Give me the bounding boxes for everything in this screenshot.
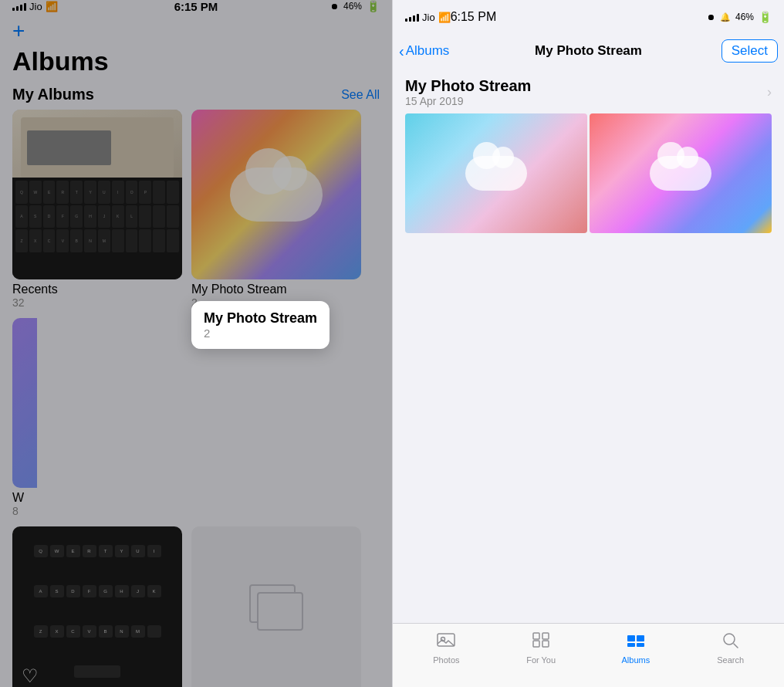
kb-key: D	[66, 585, 80, 597]
kb-key: E	[66, 545, 80, 557]
kb-key: N	[115, 625, 129, 638]
key-row-1: Q W E R T Y U I	[17, 545, 177, 557]
key	[153, 205, 165, 228]
key	[167, 181, 179, 204]
key: Z	[15, 229, 28, 252]
tab-foryou-right[interactable]: For You	[494, 631, 589, 665]
back-label: Albums	[406, 43, 450, 59]
mute-icon-right: 🔔	[720, 12, 731, 22]
battery-right: 46%	[735, 12, 754, 22]
album-over-thumb	[191, 526, 361, 687]
status-right-left: ⏺ 46% 🔋	[330, 0, 380, 12]
kb-key: I	[147, 545, 161, 557]
carrier-left: Jio	[29, 1, 42, 12]
photo-grid-right	[393, 113, 784, 233]
my-albums-section-header: My Albums See All	[0, 86, 392, 110]
signal-bars	[12, 2, 26, 11]
key: N	[84, 229, 96, 252]
kb-key: C	[66, 625, 80, 638]
key: P	[139, 181, 151, 204]
select-button[interactable]: Select	[721, 39, 778, 63]
album-recents-thumb: Q W E R T Y U I O P A S D	[12, 110, 182, 279]
tab-albums-label-right: Albums	[622, 655, 651, 665]
svg-rect-15	[533, 641, 539, 647]
carrier-right: Jio	[422, 12, 435, 23]
left-status-left: Jio 📶	[12, 1, 58, 12]
back-button[interactable]: ‹ Albums	[399, 43, 449, 59]
right-status-right: ⏺ 🔔 46% 🔋	[707, 11, 772, 23]
kb-key: B	[99, 625, 113, 638]
album-name-w: W	[12, 491, 37, 505]
signal-bar-1	[12, 8, 15, 11]
key: H	[84, 205, 96, 228]
tab-search-right[interactable]: Search	[683, 631, 778, 665]
svg-rect-18	[637, 635, 644, 641]
tooltip-count: 2	[204, 327, 317, 340]
key: O	[126, 181, 138, 204]
right-signal-bar-4	[417, 14, 419, 22]
key: S	[29, 205, 42, 228]
cloud-decoration	[230, 168, 323, 222]
recents-image: Q W E R T Y U I O P A S D	[12, 110, 182, 279]
tab-photos-label-right: Photos	[433, 655, 459, 665]
svg-rect-16	[542, 641, 549, 647]
chevron-right-icon: ›	[767, 84, 772, 100]
record-icon-right: ⏺	[707, 12, 715, 22]
kb-key: X	[50, 625, 64, 638]
key: T	[70, 181, 83, 204]
key: X	[29, 229, 42, 252]
add-button[interactable]: +	[12, 19, 25, 43]
photo-stream-header: My Photo Stream 15 Apr 2019 ›	[393, 68, 784, 113]
battery-icon-left: 🔋	[367, 0, 380, 12]
album-photo-stream[interactable]: My Photo Stream 2	[191, 110, 361, 309]
key: R	[56, 181, 69, 204]
key: W	[29, 181, 42, 204]
right-panel: Jio 📶 6:15 PM ⏺ 🔔 46% 🔋 ‹ Albums My Phot…	[392, 0, 784, 687]
see-all-button[interactable]: See All	[341, 88, 380, 102]
kb-key: K	[147, 585, 161, 597]
right-status-left: Jio 📶	[405, 12, 451, 23]
tab-search-label-right: Search	[717, 655, 744, 665]
svg-rect-14	[542, 633, 549, 639]
album-grid-row2: Q W E R T Y U I A S D F G H J K	[0, 526, 392, 687]
battery-left: 46%	[343, 1, 362, 12]
cloud-in-photo-1	[405, 113, 587, 233]
key: C	[43, 229, 56, 252]
album-count-w: 8	[12, 505, 37, 517]
battery-icon-right: 🔋	[759, 11, 772, 23]
kb-key: G	[99, 585, 113, 597]
cloud-in-photo-2	[590, 113, 772, 233]
album-w-partial[interactable]: W 8	[12, 318, 37, 517]
nav-bar: ‹ Albums My Photo Stream Select	[393, 34, 784, 68]
album-over[interactable]: Over 0	[191, 526, 361, 687]
right-signal-bars	[405, 12, 419, 22]
key	[126, 229, 138, 252]
photo-cell-1[interactable]	[405, 113, 587, 233]
right-signal-bar-3	[413, 15, 415, 22]
record-icon-left: ⏺	[330, 2, 339, 11]
key-row-4	[17, 665, 177, 678]
svg-point-21	[724, 634, 735, 645]
cloud-blob-2	[650, 156, 711, 191]
left-panel: Jio 📶 6:15 PM ⏺ 46% 🔋 + Albums My Albums…	[0, 0, 392, 687]
key: L	[126, 205, 138, 228]
album-favorites[interactable]: Q W E R T Y U I A S D F G H J K	[12, 526, 182, 687]
album-recents[interactable]: Q W E R T Y U I O P A S D	[12, 110, 182, 309]
album-tooltip: My Photo Stream 2	[191, 301, 329, 349]
key: V	[56, 229, 69, 252]
time-right: 6:15 PM	[451, 10, 497, 24]
key-row-2: A S D F G H J K	[17, 585, 177, 597]
kb-key: R	[83, 545, 96, 557]
key	[153, 229, 165, 252]
tab-photos-right[interactable]: Photos	[399, 631, 494, 665]
search-tab-icon-right	[721, 631, 741, 654]
tab-albums-right[interactable]: Albums	[589, 631, 684, 665]
right-signal-bar-1	[405, 19, 407, 22]
kb-key: T	[99, 545, 113, 557]
kb-key-space	[74, 665, 120, 678]
signal-bar-3	[20, 5, 22, 11]
heart-icon: ♡	[22, 665, 39, 687]
photo-cell-2[interactable]	[590, 113, 772, 233]
kb-key: S	[50, 585, 64, 597]
key	[167, 205, 179, 228]
